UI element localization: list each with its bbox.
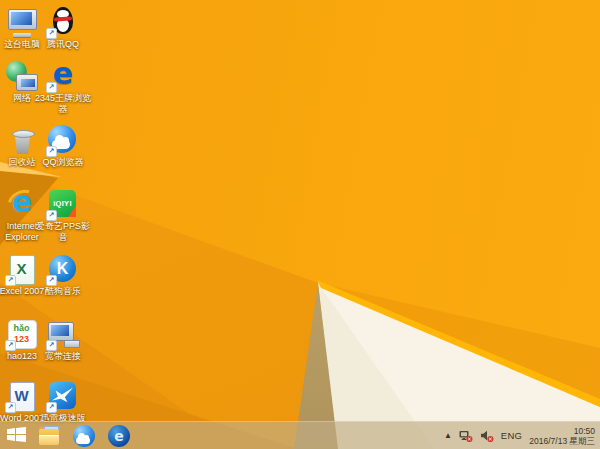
desktop-icon-this-pc[interactable]: 这台电脑 xyxy=(0,6,44,64)
desktop-icon-label: 2345王牌浏览器 xyxy=(32,93,94,115)
browser-2345-icon: e xyxy=(46,60,80,92)
desktop: 这台电脑 腾讯QQ 网络 e 2345王牌浏览器 回收站 QQ浏览器 e Int… xyxy=(0,0,600,449)
qq-browser-icon xyxy=(73,425,96,447)
kugou-icon: K xyxy=(46,253,80,285)
broadband-icon xyxy=(46,318,80,350)
desktop-icon-excel-2007[interactable]: X Excel 2007 xyxy=(0,253,44,311)
taskbar-button-qq-browser[interactable] xyxy=(67,422,102,449)
iqiyi-icon: iQIYI xyxy=(46,188,80,220)
desktop-icon-hao123[interactable]: hǎo123 hao123 xyxy=(0,318,44,376)
clock-time: 10:50 xyxy=(529,426,595,436)
taskbar-clock[interactable]: 10:50 2016/7/13 星期三 xyxy=(529,426,595,446)
desktop-icon-recycle-bin[interactable]: 回收站 xyxy=(0,124,44,182)
network-disconnected-icon[interactable] xyxy=(459,429,473,443)
start-button[interactable] xyxy=(0,422,32,449)
desktop-icon-qq-browser[interactable]: QQ浏览器 xyxy=(41,124,85,182)
system-tray: ▲ ENG 10:50 xyxy=(444,422,600,449)
volume-muted-icon[interactable] xyxy=(480,429,494,443)
ie-icon: e xyxy=(108,425,131,447)
this-pc-icon xyxy=(5,6,39,38)
file-explorer-icon xyxy=(38,425,61,447)
taskbar: e ▲ ENG xyxy=(0,421,600,449)
windows-logo-icon xyxy=(7,427,26,445)
recycle-bin-icon xyxy=(5,124,39,156)
desktop-icon-grid: 这台电脑 腾讯QQ 网络 e 2345王牌浏览器 回收站 QQ浏览器 e Int… xyxy=(0,0,600,449)
desktop-icon-kugou[interactable]: K 酷狗音乐 xyxy=(41,253,85,311)
taskbar-button-file-explorer[interactable] xyxy=(32,422,67,449)
xunlei-icon xyxy=(46,380,80,412)
tencent-qq-icon xyxy=(46,6,80,38)
desktop-icon-label: QQ浏览器 xyxy=(32,157,94,168)
desktop-icon-label: 酷狗音乐 xyxy=(32,286,94,297)
desktop-icon-label: 宽带连接 xyxy=(32,351,94,362)
language-indicator[interactable]: ENG xyxy=(501,430,523,441)
taskbar-button-ie[interactable]: e xyxy=(102,422,137,449)
desktop-icon-label: 爱奇艺PPS影音 xyxy=(32,221,94,243)
qq-browser-icon xyxy=(46,124,80,156)
desktop-icon-broadband[interactable]: 宽带连接 xyxy=(41,318,85,376)
desktop-icon-iqiyi[interactable]: iQIYI 爱奇艺PPS影音 xyxy=(41,188,85,246)
taskbar-buttons: e xyxy=(32,422,137,449)
tray-expand-button[interactable]: ▲ xyxy=(444,431,452,440)
desktop-icon-label: 腾讯QQ xyxy=(32,39,94,50)
network-icon xyxy=(5,60,39,92)
excel-2007-icon: X xyxy=(5,253,39,285)
desktop-icon-browser-2345[interactable]: e 2345王牌浏览器 xyxy=(41,60,85,118)
internet-explorer-icon: e xyxy=(5,188,39,220)
clock-date: 2016/7/13 星期三 xyxy=(529,436,595,446)
hao123-icon: hǎo123 xyxy=(5,318,39,350)
word-2007-icon: W xyxy=(5,380,39,412)
